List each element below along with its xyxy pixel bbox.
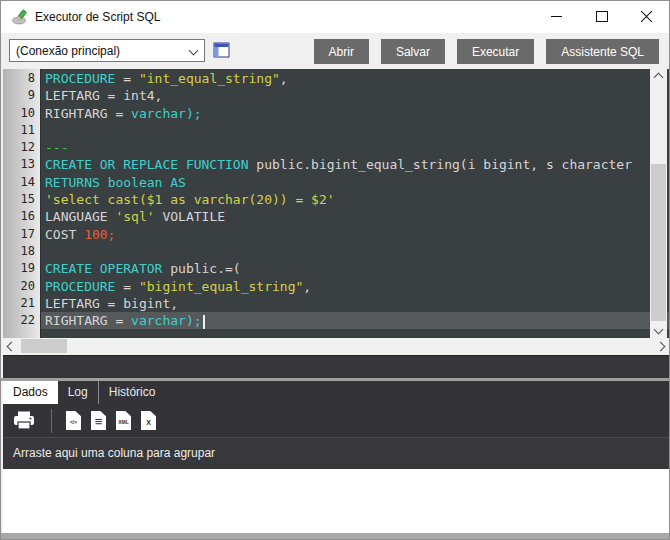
code-line-22[interactable]: 22RIGHTARG = varchar);: [3, 312, 669, 329]
results-toolbar-icons: </>≡XMLX: [3, 404, 669, 437]
code-text: COST 100;: [41, 226, 669, 243]
export-code-icon[interactable]: </>: [66, 411, 81, 430]
line-number: 17: [3, 226, 41, 243]
tab-historico[interactable]: Histórico: [98, 381, 166, 404]
line-number: 18: [3, 243, 41, 260]
line-number: 22: [3, 312, 41, 329]
connection-select-value: (Conexão principal): [16, 44, 120, 58]
line-number: 19: [3, 260, 41, 277]
editor-horizontal-scrollbar[interactable]: [3, 338, 669, 354]
close-icon: [640, 10, 653, 23]
maximize-icon: [596, 11, 608, 22]
code-line-12[interactable]: 12---: [3, 139, 669, 156]
code-line-14[interactable]: 14RETURNS boolean AS: [3, 174, 669, 191]
chevron-down-icon: [654, 325, 664, 335]
code-text: LEFTARG = int4,: [41, 87, 669, 104]
connection-select[interactable]: (Conexão principal): [9, 39, 205, 62]
close-button[interactable]: [624, 1, 669, 32]
line-number: 15: [3, 191, 41, 208]
line-number: 16: [3, 208, 41, 225]
assistente-sql-button[interactable]: Assistente SQL: [546, 39, 659, 64]
code-text: PROCEDURE = "int_equal_string",: [41, 70, 669, 87]
code-text: RIGHTARG = varchar);: [41, 105, 669, 122]
line-number: 10: [3, 105, 41, 122]
line-number: 11: [3, 122, 41, 139]
code-lines: 8PROCEDURE = "int_equal_string",9LEFTARG…: [3, 70, 669, 329]
line-number: 13: [3, 156, 41, 173]
chevron-up-icon: [654, 73, 664, 83]
window-controls: [534, 1, 669, 32]
group-by-bar[interactable]: Arraste aqui uma coluna para agrupar: [3, 437, 669, 469]
print-icon[interactable]: [11, 410, 37, 432]
export-xml-icon[interactable]: XML: [116, 411, 131, 430]
code-line-17[interactable]: 17COST 100;: [3, 226, 669, 243]
connection-window-icon[interactable]: [213, 42, 231, 58]
line-number: 21: [3, 295, 41, 312]
code-text: RETURNS boolean AS: [41, 174, 669, 191]
minimize-button[interactable]: [534, 1, 579, 32]
line-number: 8: [3, 70, 41, 87]
editor-status-strip: [3, 355, 669, 378]
code-text: RIGHTARG = varchar);: [41, 312, 669, 329]
data-grid: [3, 469, 669, 534]
doc-glyph: ≡: [95, 414, 103, 429]
scroll-down-button[interactable]: [650, 321, 667, 338]
minimize-icon: [551, 16, 562, 17]
export-text-icon[interactable]: ≡: [91, 411, 106, 430]
tab-dados[interactable]: Dados: [3, 381, 58, 404]
code-line-13[interactable]: 13CREATE OR REPLACE FUNCTION public.bigi…: [3, 156, 669, 173]
code-line-11[interactable]: 11: [3, 122, 669, 139]
doc-glyph: X: [146, 419, 151, 426]
line-number: 14: [3, 174, 41, 191]
results-tabs: DadosLogHistórico: [3, 381, 669, 404]
code-text: LANGUAGE 'sql' VOLATILE: [41, 208, 669, 225]
horizontal-scroll-thumb[interactable]: [21, 339, 67, 353]
code-line-21[interactable]: 21LEFTARG = bigint,: [3, 295, 669, 312]
line-number: 12: [3, 139, 41, 156]
chevron-right-icon: [656, 341, 666, 351]
salvar-button[interactable]: Salvar: [381, 39, 445, 64]
sql-script-app-icon: [11, 9, 27, 25]
abrir-button[interactable]: Abrir: [314, 39, 369, 64]
code-text: CREATE OPERATOR public.=(: [41, 260, 669, 277]
code-text: CREATE OR REPLACE FUNCTION public.bigint…: [41, 156, 669, 173]
code-line-8[interactable]: 8PROCEDURE = "int_equal_string",: [3, 70, 669, 87]
text-caret: [203, 315, 205, 329]
main-toolbar: (Conexão principal) AbrirSalvarExecutarA…: [1, 33, 669, 69]
code-text: 'select cast($1 as varchar(20)) = $2': [41, 191, 669, 208]
code-line-18[interactable]: 18: [3, 243, 669, 260]
scroll-left-button[interactable]: [3, 338, 20, 354]
toolbar-buttons: AbrirSalvarExecutarAssistente SQL: [314, 39, 659, 64]
code-text: [41, 243, 669, 260]
code-line-16[interactable]: 16LANGUAGE 'sql' VOLATILE: [3, 208, 669, 225]
code-text: PROCEDURE = "bigint_equal_string",: [41, 278, 669, 295]
window-title: Executor de Script SQL: [35, 10, 160, 24]
title-bar: Executor de Script SQL: [1, 1, 669, 33]
tab-log[interactable]: Log: [58, 381, 98, 404]
window-bottom-edge: [1, 533, 670, 540]
executar-button[interactable]: Executar: [457, 39, 534, 64]
vertical-scroll-thumb[interactable]: [651, 164, 666, 321]
scroll-right-button[interactable]: [652, 338, 669, 354]
code-line-20[interactable]: 20PROCEDURE = "bigint_equal_string",: [3, 278, 669, 295]
code-line-10[interactable]: 10RIGHTARG = varchar);: [3, 105, 669, 122]
chevron-left-icon: [7, 341, 17, 351]
code-line-19[interactable]: 19CREATE OPERATOR public.=(: [3, 260, 669, 277]
code-line-9[interactable]: 9LEFTARG = int4,: [3, 87, 669, 104]
sql-editor[interactable]: 8PROCEDURE = "int_equal_string",9LEFTARG…: [3, 69, 669, 338]
chevron-down-icon: [189, 46, 199, 56]
code-text: LEFTARG = bigint,: [41, 295, 669, 312]
scroll-up-button[interactable]: [650, 69, 667, 86]
line-number: 9: [3, 87, 41, 104]
code-line-15[interactable]: 15'select cast($1 as varchar(20)) = $2': [3, 191, 669, 208]
maximize-button[interactable]: [579, 1, 624, 32]
code-text: [41, 122, 669, 139]
doc-glyph: </>: [70, 419, 77, 425]
export-excel-icon[interactable]: X: [141, 411, 156, 430]
line-number: 20: [3, 278, 41, 295]
app-window: Executor de Script SQL (Conexão principa…: [0, 0, 670, 540]
code-text: ---: [41, 139, 669, 156]
doc-glyph: XML: [118, 419, 129, 425]
editor-vertical-scrollbar[interactable]: [650, 69, 667, 338]
toolbar-separator: [51, 409, 52, 433]
